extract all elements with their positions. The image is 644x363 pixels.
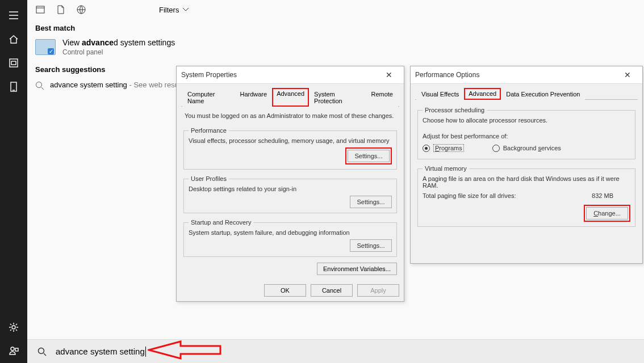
- search-scope-bar: Filters: [27, 0, 644, 19]
- tab-advanced[interactable]: Advanced: [272, 88, 309, 107]
- window-title: System Properties: [181, 71, 237, 79]
- chevron-down-icon: [182, 7, 189, 12]
- svg-rect-6: [36, 6, 44, 13]
- vm-desc: A paging file is an area on the hard dis…: [423, 175, 630, 189]
- performance-options-window: Performance Options ✕ Visual Effects Adv…: [410, 66, 643, 264]
- vm-legend: Virtual memory: [423, 165, 469, 172]
- filters-label: Filters: [159, 6, 179, 14]
- svg-point-9: [39, 348, 44, 353]
- tab-dep[interactable]: Data Execution Prevention: [501, 88, 585, 100]
- radio-programs[interactable]: Programs: [423, 144, 464, 152]
- performance-group: Performance Visual effects, processor sc…: [183, 127, 397, 170]
- apply-button[interactable]: Apply: [357, 284, 399, 297]
- window-titlebar[interactable]: Performance Options ✕: [411, 66, 642, 83]
- radio-icon: [492, 145, 500, 152]
- vm-change-button[interactable]: Change...: [586, 207, 628, 220]
- text-cursor: [145, 347, 146, 357]
- tab-advanced[interactable]: Advanced: [464, 88, 501, 100]
- tab-visual-effects[interactable]: Visual Effects: [416, 88, 464, 100]
- best-match-heading: Best match: [27, 19, 644, 36]
- dialog-buttons: OK Cancel Apply: [177, 281, 404, 301]
- startup-desc: System startup, system failure, and debu…: [189, 229, 392, 236]
- tab-system-protection[interactable]: System Protection: [309, 88, 366, 107]
- window-title: Performance Options: [415, 71, 479, 79]
- search-icon: [35, 81, 44, 90]
- startup-legend: Startup and Recovery: [189, 219, 253, 226]
- tab-hardware[interactable]: Hardware: [235, 88, 272, 107]
- svg-point-4: [11, 347, 14, 351]
- documents-scope-icon[interactable]: [56, 5, 66, 15]
- startup-settings-button[interactable]: Settings...: [350, 239, 392, 252]
- environment-variables-button[interactable]: Environment Variables...: [317, 263, 397, 275]
- system-properties-window: System Properties ✕ Computer Name Hardwa…: [176, 66, 404, 302]
- tab-strip: Visual Effects Advanced Data Execution P…: [415, 87, 638, 100]
- ok-button[interactable]: OK: [264, 284, 306, 297]
- proc-adjust-label: Adjust for best performance of:: [423, 133, 630, 140]
- user-profiles-desc: Desktop settings related to your sign-in: [189, 185, 392, 192]
- performance-desc: Visual effects, processor scheduling, me…: [189, 137, 392, 144]
- svg-rect-1: [11, 61, 16, 65]
- cancel-button[interactable]: Cancel: [311, 284, 353, 297]
- vm-total-value: 832 MB: [592, 192, 613, 199]
- user-icon[interactable]: [0, 339, 27, 363]
- search-input-value: advance system setting: [56, 347, 145, 356]
- device-icon[interactable]: [0, 75, 27, 99]
- user-profiles-legend: User Profiles: [189, 175, 229, 182]
- web-scope-icon[interactable]: [76, 5, 86, 15]
- control-panel-icon: [35, 39, 56, 55]
- filters-dropdown[interactable]: Filters: [159, 6, 189, 14]
- tab-strip: Computer Name Hardware Advanced System P…: [181, 87, 399, 107]
- menu-icon[interactable]: [0, 3, 27, 27]
- vm-total-label: Total paging file size for all drives:: [423, 192, 516, 199]
- home-icon[interactable]: [0, 27, 27, 51]
- best-match-result[interactable]: View advanced system settings Control pa…: [27, 36, 644, 61]
- admin-note: You must be logged on as an Administrato…: [181, 107, 399, 124]
- svg-rect-5: [15, 348, 18, 351]
- radio-background-services[interactable]: Background services: [492, 145, 561, 152]
- taskbar-search[interactable]: advance system setting: [27, 339, 644, 363]
- proc-legend: Processor scheduling: [423, 107, 487, 113]
- svg-point-8: [36, 82, 42, 88]
- gear-icon[interactable]: [0, 315, 27, 339]
- performance-settings-button[interactable]: Settings...: [348, 150, 390, 162]
- result-title: View advanced system settings: [62, 38, 175, 47]
- recent-icon[interactable]: [0, 51, 27, 75]
- startup-recovery-group: Startup and Recovery System startup, sys…: [183, 219, 397, 257]
- user-profiles-settings-button[interactable]: Settings...: [350, 196, 392, 208]
- search-icon: [37, 347, 47, 356]
- suggestion-query: advance system setting: [50, 81, 127, 89]
- svg-point-3: [12, 326, 15, 329]
- apps-scope-icon[interactable]: [35, 5, 45, 15]
- result-subtitle: Control panel: [62, 48, 175, 56]
- tab-computer-name[interactable]: Computer Name: [182, 88, 235, 107]
- start-navbar: [0, 0, 27, 363]
- performance-legend: Performance: [189, 127, 229, 134]
- svg-rect-0: [10, 59, 18, 67]
- user-profiles-group: User Profiles Desktop settings related t…: [183, 175, 397, 213]
- radio-icon: [423, 145, 430, 152]
- close-icon[interactable]: ✕: [379, 70, 399, 79]
- window-titlebar[interactable]: System Properties ✕: [177, 66, 404, 83]
- processor-scheduling-group: Processor scheduling Choose how to alloc…: [417, 107, 635, 159]
- tab-remote[interactable]: Remote: [366, 88, 398, 107]
- close-icon[interactable]: ✕: [617, 70, 638, 79]
- proc-desc: Choose how to allocate processor resourc…: [423, 117, 630, 124]
- virtual-memory-group: Virtual memory A paging file is an area …: [417, 165, 635, 227]
